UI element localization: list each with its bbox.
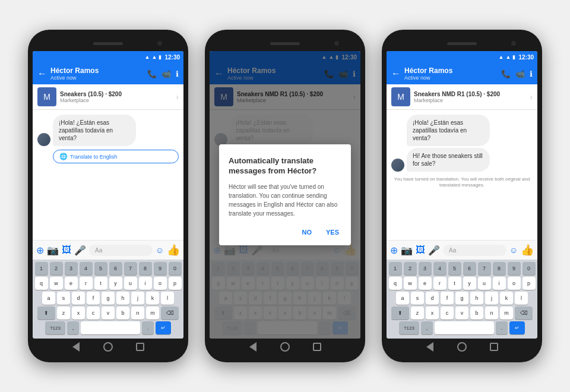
key-2-1[interactable]: 2 [50, 262, 63, 275]
key-v-1[interactable]: v [102, 306, 115, 320]
received-bubble-1: ¡Hola! ¿Están esas zapatillas todavía en… [53, 115, 136, 146]
video-icon-1[interactable]: 📹 [162, 69, 171, 78]
key-4-1[interactable]: 4 [80, 262, 93, 275]
avatar-3 [391, 159, 404, 172]
emoji-icon-3[interactable]: ☺ [509, 245, 518, 255]
like-button-3[interactable]: 👍 [521, 244, 534, 257]
key-a-1[interactable]: a [42, 292, 55, 305]
product-bar-1[interactable]: M Sneakers (10.5) · $200 Marketplace › [33, 84, 183, 110]
phone-1: ▲ ▲ ▮ 12:30 ← Héctor Ramos Active now 📞 … [28, 30, 188, 362]
key-1-1[interactable]: 1 [35, 262, 48, 275]
key-y-1[interactable]: y [109, 277, 122, 290]
keyboard-3: 1234567890 qwertyuiop asdfghjkl ⬆zxcvbnm… [387, 260, 537, 339]
key-num-1[interactable]: ?123 [45, 321, 65, 334]
info-icon-3[interactable]: ℹ [530, 69, 533, 78]
nav-square-1[interactable] [135, 342, 145, 352]
nav-square-2[interactable] [312, 342, 322, 352]
key-9-1[interactable]: 9 [154, 262, 167, 275]
key-enter-1[interactable]: ↵ [156, 321, 171, 334]
like-button-1[interactable]: 👍 [167, 244, 180, 257]
product-title-1: Sneakers (10.5) · $200 [60, 91, 172, 97]
dialog-no-button[interactable]: NO [299, 226, 314, 238]
battery-icon-1: ▮ [159, 54, 162, 60]
key-i-1[interactable]: i [139, 277, 152, 290]
image-icon-1[interactable]: 🖼 [62, 245, 71, 255]
key-q-1[interactable]: q [35, 277, 48, 290]
nav-square-3[interactable] [489, 342, 499, 352]
chat-toolbar-3: ⊕ 📷 🖼 🎤 Aa ☺ 👍 [387, 240, 537, 260]
mic-icon-3[interactable]: 🎤 [428, 245, 440, 256]
received-bubble-3-original: ¡Hola! ¿Están esas zapatillas todavía en… [407, 115, 490, 146]
image-icon-3[interactable]: 🖼 [416, 245, 425, 255]
nav-back-3[interactable] [425, 342, 435, 352]
key-row-numbers-1: 1 2 3 4 5 6 7 8 9 0 [34, 262, 182, 275]
key-p-1[interactable]: p [169, 277, 182, 290]
contact-status-3: Active now [404, 75, 498, 81]
dialog-overlay-2: Automatically translate messages from Hé… [210, 51, 360, 339]
phone-screen-3: ▲ ▲ ▮ 12:30 ← Héctor Ramos Active now 📞 … [387, 51, 537, 339]
key-8-1[interactable]: 8 [139, 262, 152, 275]
video-icon-3[interactable]: 📹 [515, 69, 525, 78]
key-5-1[interactable]: 5 [94, 262, 107, 275]
nav-back-2[interactable] [248, 342, 258, 352]
key-m-1[interactable]: m [146, 306, 159, 320]
key-7-1[interactable]: 7 [124, 262, 137, 275]
info-icon-1[interactable]: ℹ [176, 69, 179, 78]
plus-icon-1[interactable]: ⊕ [36, 245, 44, 256]
key-n-1[interactable]: n [131, 306, 144, 320]
phone-speaker-3 [447, 42, 477, 45]
key-comma-1[interactable]: , [67, 321, 79, 334]
key-3-1[interactable]: 3 [65, 262, 78, 275]
key-h-1[interactable]: h [116, 292, 129, 305]
contact-name-1: Héctor Ramos [50, 67, 144, 75]
dialog-yes-button[interactable]: YES [324, 226, 341, 238]
camera-icon-3[interactable]: 📷 [401, 245, 413, 256]
key-x-1[interactable]: x [72, 306, 85, 320]
product-arrow-1: › [176, 92, 179, 102]
key-period-1[interactable]: . [142, 321, 154, 334]
key-s-1[interactable]: s [57, 292, 70, 305]
key-c-1[interactable]: c [87, 306, 100, 320]
plus-icon-3[interactable]: ⊕ [390, 245, 398, 256]
nav-home-1[interactable] [103, 342, 113, 352]
message-input-1[interactable]: Aa [89, 245, 153, 256]
key-u-1[interactable]: u [124, 277, 137, 290]
key-o-1[interactable]: o [154, 277, 167, 290]
key-space-1[interactable] [81, 321, 140, 334]
translate-button-1[interactable]: 🌐 Translate to English [53, 150, 179, 163]
product-info-1: Sneakers (10.5) · $200 Marketplace [60, 91, 172, 103]
key-z-1[interactable]: z [57, 306, 70, 320]
phone-camera-1 [157, 41, 162, 46]
key-k-1[interactable]: k [146, 292, 159, 305]
key-r-1[interactable]: r [80, 277, 93, 290]
nav-home-2[interactable] [280, 342, 290, 352]
key-0-1[interactable]: 0 [169, 262, 182, 275]
back-arrow-3[interactable]: ← [391, 68, 401, 79]
emoji-icon-1[interactable]: ☺ [156, 245, 164, 255]
key-e-1[interactable]: e [65, 277, 78, 290]
nav-back-1[interactable] [71, 342, 81, 352]
call-icon-1[interactable]: 📞 [147, 69, 157, 78]
key-t-1[interactable]: t [94, 277, 107, 290]
key-j-1[interactable]: j [131, 292, 144, 305]
camera-icon-1[interactable]: 📷 [47, 245, 59, 256]
back-arrow-1[interactable]: ← [37, 68, 47, 79]
nav-home-3[interactable] [457, 342, 467, 352]
product-arrow-3: › [530, 92, 533, 102]
key-d-1[interactable]: d [72, 292, 85, 305]
phone-screen-2: ▲ ▲ ▮ 12:30 ← Héctor Ramos Active now 📞 … [210, 51, 360, 339]
key-g-1[interactable]: g [102, 292, 115, 305]
key-b-1[interactable]: b [116, 306, 129, 320]
key-shift-1[interactable]: ⬆ [37, 306, 55, 320]
chat-toolbar-1: ⊕ 📷 🖼 🎤 Aa ☺ 👍 [33, 240, 183, 260]
product-sub-3: Marketplace [414, 97, 526, 103]
call-icon-3[interactable]: 📞 [501, 69, 511, 78]
key-l-1[interactable]: l [161, 292, 174, 305]
key-delete-1[interactable]: ⌫ [161, 306, 179, 320]
message-input-3[interactable]: Aa [443, 245, 506, 256]
key-f-1[interactable]: f [87, 292, 100, 305]
product-bar-3[interactable]: M Sneakers NMD R1 (10.5) · $200 Marketpl… [387, 84, 537, 110]
mic-icon-1[interactable]: 🎤 [74, 245, 86, 256]
key-6-1[interactable]: 6 [109, 262, 122, 275]
key-w-1[interactable]: w [50, 277, 63, 290]
